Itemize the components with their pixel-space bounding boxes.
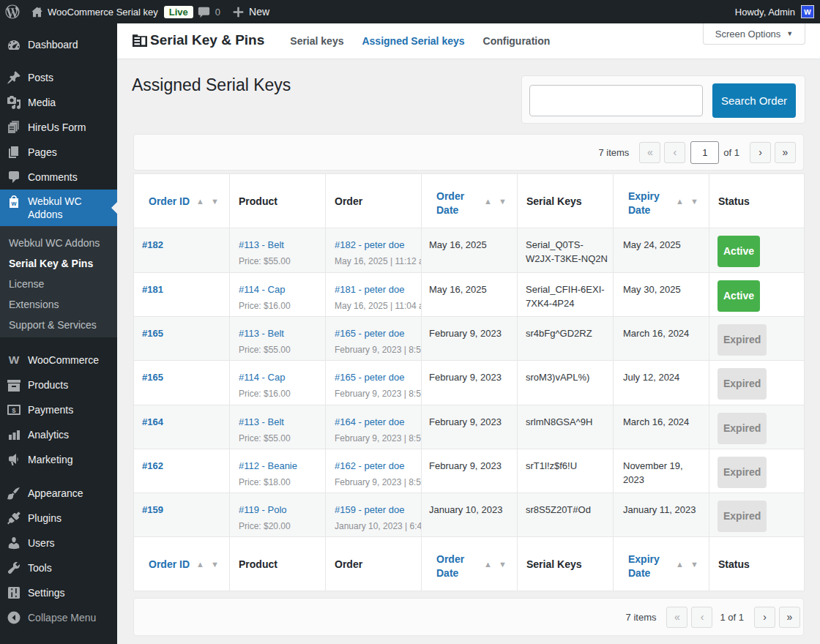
- svg-text:w: w: [10, 200, 17, 207]
- svg-text:W: W: [9, 353, 20, 366]
- svg-text:$: $: [12, 406, 16, 414]
